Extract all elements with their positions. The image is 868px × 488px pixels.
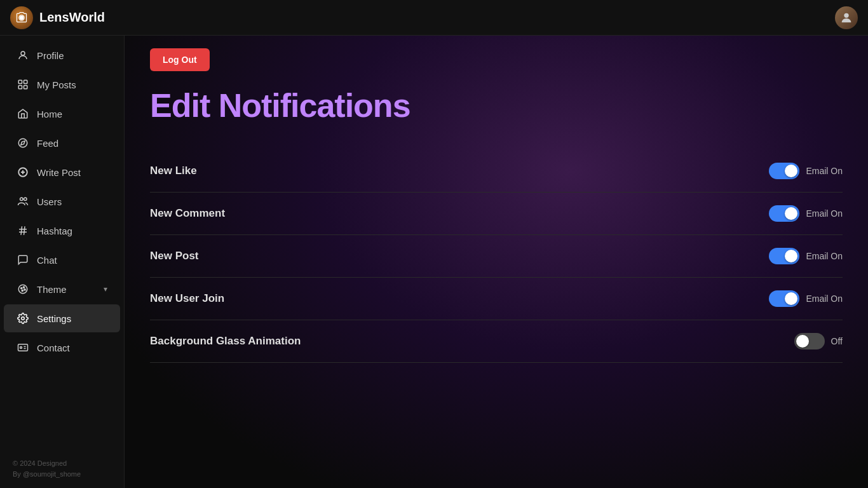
topbar-brand: LensWorld <box>10 6 105 29</box>
svg-rect-7 <box>24 86 27 89</box>
notification-row-new-comment: New Comment Email On <box>150 193 843 235</box>
toggle-slider-bg-glass <box>794 333 825 349</box>
chat-icon <box>17 254 29 266</box>
svg-line-16 <box>21 226 22 235</box>
sidebar: Profile My Posts Home <box>0 36 125 488</box>
chevron-down-icon: ▾ <box>104 285 107 294</box>
sidebar-item-hashtag[interactable]: Hashtag <box>4 217 120 245</box>
svg-point-23 <box>22 317 25 320</box>
email-label-new-user-join: Email On <box>806 294 843 304</box>
sidebar-settings-label: Settings <box>37 313 71 324</box>
sidebar-profile-label: Profile <box>37 50 64 61</box>
svg-point-25 <box>20 347 22 349</box>
notification-label-new-like: New Like <box>150 165 197 177</box>
svg-point-21 <box>24 289 25 290</box>
sidebar-item-contact[interactable]: Contact <box>4 334 120 362</box>
svg-point-0 <box>20 15 24 20</box>
main-content: Log Out Edit Notifications New Like Emai… <box>125 36 868 488</box>
notification-control-new-post: Email On <box>769 248 843 264</box>
svg-point-13 <box>24 198 27 201</box>
grid-icon <box>17 78 29 91</box>
sidebar-item-users[interactable]: Users <box>4 187 120 215</box>
plus-icon <box>17 166 29 179</box>
sidebar-item-home[interactable]: Home <box>4 100 120 128</box>
sidebar-my-posts-label: My Posts <box>37 79 76 90</box>
notification-label-new-post: New Post <box>150 250 199 262</box>
notification-row-new-like: New Like Email On <box>150 150 843 193</box>
sidebar-item-chat[interactable]: Chat <box>4 246 120 274</box>
toggle-slider-new-post <box>769 248 799 264</box>
toggle-bg-glass[interactable] <box>794 333 825 349</box>
notification-row-new-user-join: New User Join Email On <box>150 278 843 320</box>
email-label-new-comment: Email On <box>806 208 843 219</box>
footer-line1: © 2024 Designed <box>13 458 111 470</box>
toggle-knob-new-post <box>785 250 797 262</box>
topbar-avatar[interactable] <box>835 6 858 29</box>
gear-icon <box>17 312 29 325</box>
sidebar-item-feed[interactable]: Feed <box>4 129 120 157</box>
sidebar-item-profile[interactable]: Profile <box>4 41 120 69</box>
sidebar-users-label: Users <box>37 196 62 207</box>
svg-line-17 <box>24 226 25 235</box>
toggle-knob-new-comment <box>785 207 797 220</box>
notification-control-new-user-join: Email On <box>769 290 843 307</box>
page-title: Edit Notifications <box>150 86 843 125</box>
notification-control-new-comment: Email On <box>769 205 843 222</box>
sidebar-theme-label: Theme <box>37 284 67 295</box>
toggle-slider-new-comment <box>769 205 799 222</box>
sidebar-item-theme[interactable]: Theme ▾ <box>4 275 120 303</box>
app-logo-icon <box>10 6 33 29</box>
sidebar-home-label: Home <box>37 109 62 119</box>
sidebar-hashtag-label: Hashtag <box>37 226 72 236</box>
email-label-new-post: Email On <box>806 251 843 261</box>
notification-control-new-like: Email On <box>769 163 843 179</box>
notification-label-new-comment: New Comment <box>150 207 225 220</box>
svg-point-12 <box>20 198 24 201</box>
people-icon <box>17 195 29 208</box>
notification-row-bg-glass: Background Glass Animation Off <box>150 320 843 363</box>
notification-label-new-user-join: New User Join <box>150 292 224 305</box>
svg-rect-5 <box>24 80 27 83</box>
app-title: LensWorld <box>39 10 105 25</box>
toggle-slider-new-like <box>769 163 799 179</box>
topbar: LensWorld <box>0 0 868 36</box>
toggle-new-user-join[interactable] <box>769 290 799 307</box>
home-icon <box>17 107 29 120</box>
sidebar-item-my-posts[interactable]: My Posts <box>4 71 120 98</box>
toggle-knob-new-user-join <box>785 292 797 305</box>
palette-icon <box>17 283 29 295</box>
svg-point-20 <box>23 287 24 288</box>
toggle-slider-new-user-join <box>769 290 799 307</box>
logout-button[interactable]: Log Out <box>150 48 210 71</box>
sidebar-contact-label: Contact <box>37 342 70 353</box>
email-label-bg-glass: Off <box>831 336 843 346</box>
svg-point-2 <box>844 13 848 17</box>
sidebar-write-post-label: Write Post <box>37 167 81 178</box>
person-card-icon <box>17 341 29 354</box>
sidebar-item-write-post[interactable]: Write Post <box>4 158 120 186</box>
toggle-knob-bg-glass <box>796 335 809 348</box>
toggle-new-like[interactable] <box>769 163 799 179</box>
sidebar-footer: © 2024 Designed By @soumojit_shome <box>0 451 124 488</box>
person-icon <box>17 49 29 62</box>
sidebar-item-settings[interactable]: Settings <box>4 304 120 332</box>
svg-point-3 <box>21 51 25 55</box>
toggle-new-post[interactable] <box>769 248 799 264</box>
footer-line2: By @soumojit_shome <box>13 469 111 480</box>
toggle-new-comment[interactable] <box>769 205 799 222</box>
sidebar-feed-label: Feed <box>37 138 58 149</box>
compass-icon <box>17 137 29 149</box>
svg-point-8 <box>18 139 27 147</box>
notification-label-bg-glass: Background Glass Animation <box>150 335 301 348</box>
svg-point-18 <box>18 285 27 294</box>
svg-point-19 <box>21 287 22 288</box>
svg-rect-4 <box>18 80 22 83</box>
svg-point-22 <box>22 290 23 291</box>
email-label-new-like: Email On <box>806 166 843 176</box>
hash-icon <box>17 224 29 237</box>
sidebar-chat-label: Chat <box>37 255 57 266</box>
notification-row-new-post: New Post Email On <box>150 235 843 278</box>
notification-control-bg-glass: Off <box>794 333 843 349</box>
svg-rect-6 <box>18 86 22 89</box>
toggle-knob-new-like <box>785 165 797 177</box>
